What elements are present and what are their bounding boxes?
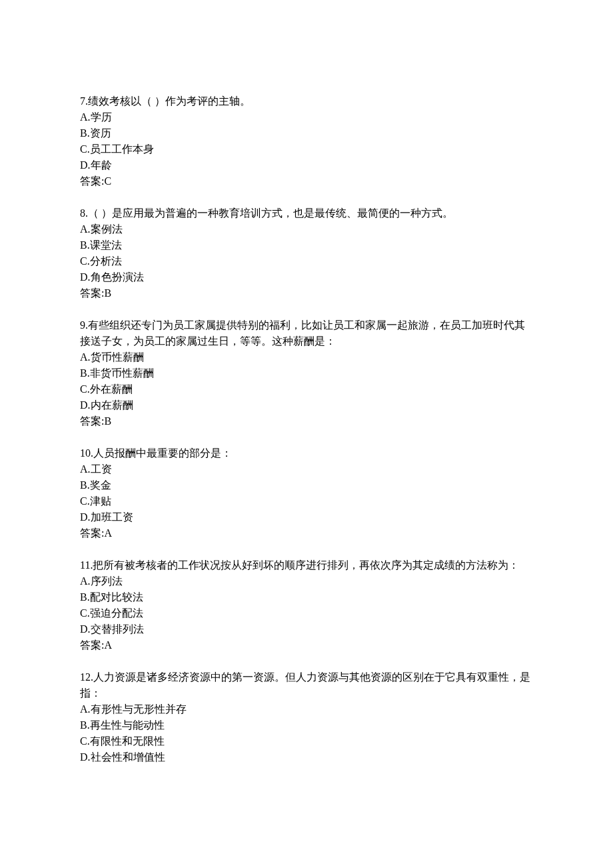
option-d: D.交替排列法	[80, 621, 533, 637]
question-text: （ ）是应用最为普遍的一种教育培训方式，也是最传统、最简便的一种方式。	[88, 207, 453, 219]
option-b: B.课堂法	[80, 237, 533, 253]
question-text: 把所有被考核者的工作状况按从好到坏的顺序进行排列，再依次序为其定成绩的方法称为：	[93, 559, 519, 571]
question-number: 12	[80, 671, 91, 683]
option-d: D.内在薪酬	[80, 397, 533, 413]
option-b: B.非货币性薪酬	[80, 365, 533, 381]
answer: 答案:B	[80, 285, 533, 301]
question-number: 11	[80, 559, 90, 571]
question-stem: 12.人力资源是诸多经济资源中的第一资源。但人力资源与其他资源的区别在于它具有双…	[80, 669, 533, 701]
question-stem: 7.绩效考核以（ ）作为考评的主轴。	[80, 93, 533, 109]
question-8: 8.（ ）是应用最为普遍的一种教育培训方式，也是最传统、最简便的一种方式。 A.…	[80, 205, 533, 301]
option-c: C.强迫分配法	[80, 605, 533, 621]
option-d: D.社会性和增值性	[80, 749, 533, 765]
answer: 答案:A	[80, 525, 533, 541]
option-a: A.工资	[80, 461, 533, 477]
question-11: 11.把所有被考核者的工作状况按从好到坏的顺序进行排列，再依次序为其定成绩的方法…	[80, 557, 533, 653]
answer: 答案:B	[80, 413, 533, 429]
question-stem: 9.有些组织还专门为员工家属提供特别的福利，比如让员工和家属一起旅游，在员工加班…	[80, 317, 533, 349]
option-a: A.学历	[80, 109, 533, 125]
option-b: B.再生性与能动性	[80, 717, 533, 733]
question-text: 绩效考核以（ ）作为考评的主轴。	[88, 95, 251, 107]
option-c: C.津贴	[80, 493, 533, 509]
question-number: 9	[80, 319, 85, 331]
option-d: D.角色扮演法	[80, 269, 533, 285]
answer: 答案:A	[80, 637, 533, 653]
option-c: C.员工工作本身	[80, 141, 533, 157]
option-a: A.有形性与无形性并存	[80, 701, 533, 717]
question-12: 12.人力资源是诸多经济资源中的第一资源。但人力资源与其他资源的区别在于它具有双…	[80, 669, 533, 765]
question-text: 人力资源是诸多经济资源中的第一资源。但人力资源与其他资源的区别在于它具有双重性，…	[80, 671, 530, 699]
question-stem: 11.把所有被考核者的工作状况按从好到坏的顺序进行排列，再依次序为其定成绩的方法…	[80, 557, 533, 573]
question-stem: 10.人员报酬中最重要的部分是：	[80, 445, 533, 461]
question-text: 人员报酬中最重要的部分是：	[93, 447, 232, 459]
option-d: D.加班工资	[80, 509, 533, 525]
option-d: D.年龄	[80, 157, 533, 173]
question-9: 9.有些组织还专门为员工家属提供特别的福利，比如让员工和家属一起旅游，在员工加班…	[80, 317, 533, 429]
question-text: 有些组织还专门为员工家属提供特别的福利，比如让员工和家属一起旅游，在员工加班时代…	[80, 319, 525, 347]
option-c: C.有限性和无限性	[80, 733, 533, 749]
question-10: 10.人员报酬中最重要的部分是： A.工资 B.奖金 C.津贴 D.加班工资 答…	[80, 445, 533, 541]
option-b: B.奖金	[80, 477, 533, 493]
question-number: 10	[80, 447, 91, 459]
option-c: C.外在薪酬	[80, 381, 533, 397]
question-7: 7.绩效考核以（ ）作为考评的主轴。 A.学历 B.资历 C.员工工作本身 D.…	[80, 93, 533, 189]
option-a: A.案例法	[80, 221, 533, 237]
question-number: 7	[80, 95, 85, 107]
option-b: B.资历	[80, 125, 533, 141]
option-a: A.货币性薪酬	[80, 349, 533, 365]
option-c: C.分析法	[80, 253, 533, 269]
question-number: 8	[80, 207, 85, 219]
answer: 答案:C	[80, 173, 533, 189]
option-b: B.配对比较法	[80, 589, 533, 605]
document-page: 7.绩效考核以（ ）作为考评的主轴。 A.学历 B.资历 C.员工工作本身 D.…	[0, 0, 613, 868]
option-a: A.序列法	[80, 573, 533, 589]
question-stem: 8.（ ）是应用最为普遍的一种教育培训方式，也是最传统、最简便的一种方式。	[80, 205, 533, 221]
